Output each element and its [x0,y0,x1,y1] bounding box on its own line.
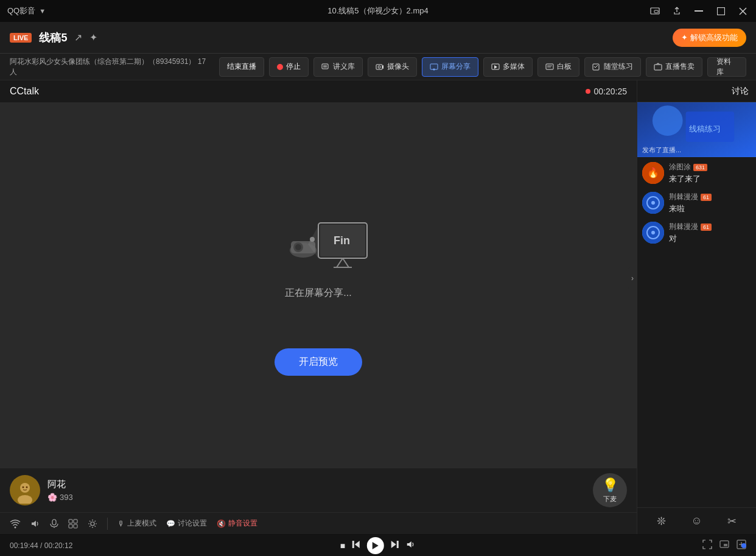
unlock-star-icon: ✦ [681,33,688,42]
level-flower-icon: 🌸 [47,493,57,502]
stop-button[interactable]: 停止 [269,57,309,77]
sidebar-collapse-arrow[interactable]: › [628,267,637,289]
settings-icon[interactable] [88,519,97,529]
level-number: 393 [60,493,73,502]
stop-label: 停止 [286,62,301,72]
main-area: CCtalk 00:20:25 [0,80,756,534]
chat-settings-label: 讨论设置 [178,518,207,529]
stop-button[interactable]: ■ [340,541,345,551]
svg-rect-63 [397,541,399,548]
mic-down-icon: 💡 [602,477,618,493]
user-info: 阿花 🌸 393 [47,479,73,502]
svg-rect-6 [322,64,328,69]
exercise-button[interactable]: 随堂练习 [584,57,641,77]
top-toolbar-right: ✦ 解锁高级功能 [673,29,746,47]
screen-share-button[interactable]: 屏幕分享 [422,57,478,77]
resources-button[interactable]: 资料库 [707,57,746,77]
exercise-label: 随堂练习 [604,62,633,72]
external-link-icon[interactable]: ↗ [74,32,82,43]
sidebar-bottom-icons: ❊ ☺ ✂ [637,507,756,534]
lecture-library-button[interactable]: 讲义库 [313,57,363,77]
chat-text: 来啦 [669,203,751,214]
svg-point-58 [651,231,655,234]
end-stream-label: 结束直播 [227,62,256,72]
close-button[interactable] [737,5,749,17]
fullscreen-button[interactable] [702,540,712,552]
stream-info: 阿花水彩风少女头像团练（综合班第二期）（89345931） 17 人 [10,57,209,77]
player-bar: 00:19:44 / 00:20:12 ■ [0,534,756,556]
mute-settings-button[interactable]: 🔇 静音设置 [217,518,257,529]
svg-rect-43 [74,519,77,523]
progress-dot [741,543,746,548]
mic-mode-label: 上麦模式 [127,518,156,529]
audio-icon[interactable] [30,519,40,529]
mic-icon[interactable] [50,519,58,529]
right-sidebar: 讨论 线稿练习 发布了直播... [637,80,756,534]
pip-button[interactable] [649,5,661,17]
next-button[interactable] [390,540,400,552]
board-button[interactable]: 白板 [537,57,579,77]
mic-down-label: 下麦 [603,494,617,504]
sell-label: 直播售卖 [665,62,695,72]
unlock-label: 解锁高级功能 [690,32,738,43]
featured-image: 线稿练习 发布了直播... [637,102,756,157]
chat-settings-button[interactable]: 💬 讨论设置 [166,518,207,529]
stream-header: CCtalk 00:20:25 [0,80,637,102]
user-avatar [10,475,40,505]
sell-button[interactable]: 直播售卖 [646,57,702,77]
svg-point-55 [651,201,655,205]
chat-content: 荆棘漫漫 61 来啦 [669,192,751,214]
svg-line-29 [337,258,343,267]
volume-button[interactable] [406,540,416,552]
chat-username: 荆棘漫漫 61 [669,222,751,232]
mic-mode-button[interactable]: 🎙 上麦模式 [117,518,156,529]
prev-button[interactable] [351,540,361,552]
svg-marker-11 [382,65,383,69]
stream-area: CCtalk 00:20:25 [0,80,637,534]
time-display: 00:19:44 / 00:20:12 [10,541,72,550]
grid-icon[interactable] [68,519,78,529]
svg-rect-44 [69,524,72,528]
player-right-controls [702,540,746,552]
camera-button[interactable]: 摄像头 [368,57,417,77]
chat-settings-icon: 💬 [166,519,175,528]
emoji-icon[interactable]: ☺ [691,515,702,527]
user-level: 🌸 393 [47,493,73,502]
scissors-icon[interactable]: ✂ [727,515,737,528]
end-stream-button[interactable]: 结束直播 [219,57,264,77]
maximize-button[interactable] [715,5,727,17]
current-time: 00:19:44 [10,541,38,550]
chat-area: 🔥 涂图涂 631 来了来了 [637,157,756,507]
minimize-button[interactable] [693,5,705,17]
mute-label: 静音设置 [228,518,257,529]
svg-point-39 [15,526,16,528]
chat-level-badge: 631 [693,164,707,171]
chat-text: 对 [669,233,751,244]
svg-point-37 [23,487,24,488]
stream-content: Fin 正在屏幕分享... 开启预览 [0,102,637,468]
chat-name: 荆棘漫漫 [669,192,698,202]
stream-title: 线稿5 [39,30,67,45]
media-button[interactable]: 多媒体 [483,57,533,77]
svg-rect-2 [695,10,703,12]
svg-line-30 [343,258,349,267]
unlock-button[interactable]: ✦ 解锁高级功能 [673,29,746,47]
app-menu-arrow[interactable]: ▼ [39,7,46,15]
cctalk-logo: CCtalk [10,86,39,97]
flower-icon[interactable]: ❊ [657,515,666,528]
title-bar-left: QQ影音 ▼ [7,5,46,16]
play-pause-button[interactable] [367,537,384,554]
live-badge: LIVE [10,33,32,43]
pip-player-button[interactable] [719,540,729,552]
featured-text: 发布了直播... [642,146,681,155]
chat-message: 荆棘漫漫 61 来啦 [642,192,751,214]
svg-rect-40 [52,519,56,525]
mic-down-button[interactable]: 💡 下麦 [593,473,627,507]
preview-button[interactable]: 开启预览 [275,348,362,376]
svg-point-35 [20,483,30,493]
chat-avatar [642,222,664,244]
chat-content: 涂图涂 631 来了来了 [669,162,751,185]
svg-rect-42 [69,519,72,523]
share-button[interactable] [671,5,683,17]
timer-display: 00:20:25 [594,86,628,96]
